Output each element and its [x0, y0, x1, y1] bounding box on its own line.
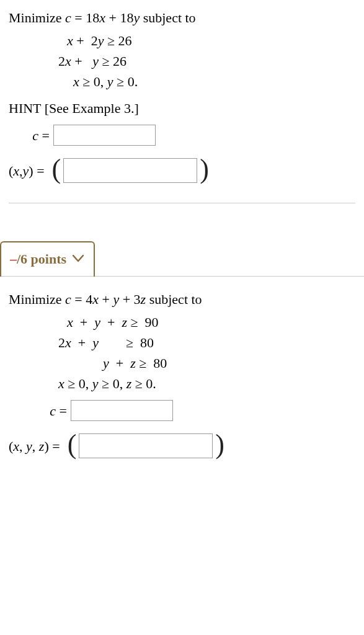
text: Minimize	[9, 10, 65, 25]
question-1: Minimize c = 18x + 18y subject to x + 2y…	[9, 7, 355, 184]
close-paren-icon: )	[197, 156, 211, 183]
objective-line: Minimize c = 18x + 18y subject to	[9, 7, 355, 28]
coef: 18	[86, 10, 99, 25]
close-paren-icon-2: )	[213, 431, 227, 458]
coef: 18	[120, 10, 133, 25]
var-x: x	[99, 10, 105, 25]
points-dash: –	[10, 249, 17, 269]
points-tab[interactable]: –/6 points	[0, 241, 95, 277]
question-2: Minimize c = 4x + y + 3z subject to x + …	[9, 289, 355, 460]
c-answer-input-2[interactable]	[71, 400, 173, 421]
question-divider	[9, 203, 355, 203]
xy-answer-input[interactable]	[63, 158, 197, 183]
hint-text: HINT [See Example 3.]	[9, 98, 355, 118]
label-c: c	[32, 128, 38, 143]
points-text: /6 points	[17, 249, 66, 269]
answer-c-row: c =	[9, 125, 355, 146]
text: =	[71, 10, 86, 25]
answer-xy-row: (x,y) = ( )	[9, 157, 355, 184]
text: +	[105, 10, 120, 25]
chevron-down-icon	[73, 252, 84, 267]
constraints: x + 2y ≥ 26 2x + y ≥ 26 x ≥ 0, y ≥ 0.	[58, 30, 355, 92]
open-paren-icon-2: (	[65, 431, 79, 458]
c-answer-input[interactable]	[53, 125, 156, 146]
var-y: y	[133, 10, 140, 25]
xyz-answer-input[interactable]	[79, 433, 213, 458]
objective-line-2: Minimize c = 4x + y + 3z subject to	[9, 289, 355, 309]
text: subject to	[140, 10, 195, 25]
open-paren-icon: (	[50, 156, 64, 183]
var-c: c	[65, 10, 71, 25]
answer-xyz-row: (x, y, z) = ( )	[9, 432, 355, 460]
constraints-2: x + y + z ≥ 90 2x + y ≥ 80 y + z ≥ 80 x …	[58, 312, 355, 394]
answer-c-row-2: c =	[26, 400, 355, 421]
